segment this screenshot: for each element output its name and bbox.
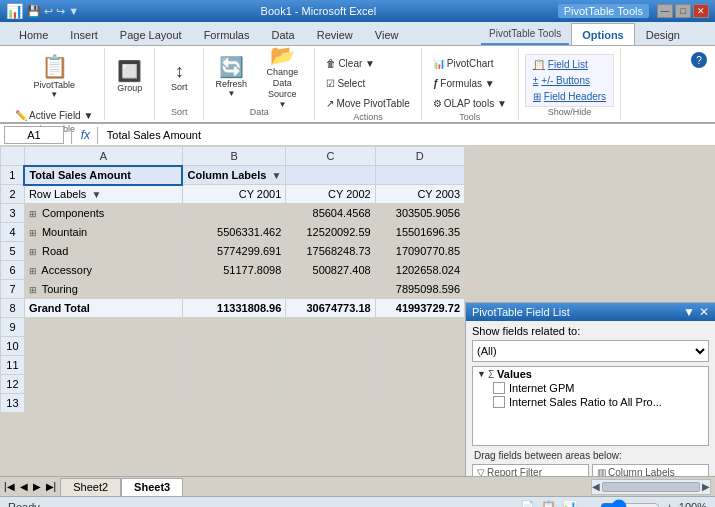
cell-c6[interactable]: 500827.408 bbox=[286, 261, 375, 280]
cell-a11[interactable] bbox=[24, 356, 182, 375]
cell-d8[interactable]: 41993729.72 bbox=[375, 299, 464, 318]
view-normal-icon[interactable]: 📄 bbox=[520, 500, 535, 508]
h-scrollbar[interactable]: ◀ ▶ bbox=[591, 479, 711, 495]
report-filter-area[interactable]: ▽ Report Filter bbox=[472, 464, 589, 476]
cell-d4[interactable]: 15501696.35 bbox=[375, 223, 464, 242]
cell-a10[interactable] bbox=[24, 337, 182, 356]
cell-a9[interactable] bbox=[24, 318, 182, 337]
active-field-button[interactable]: ✏️ Active Field ▼ bbox=[10, 106, 98, 124]
cell-d12[interactable] bbox=[375, 375, 464, 394]
clear-button[interactable]: 🗑 Clear ▼ bbox=[321, 54, 380, 72]
zoom-slider[interactable] bbox=[600, 501, 660, 508]
cell-a7[interactable]: ⊞ Touring bbox=[24, 280, 182, 299]
column-labels-area[interactable]: ▥ Column Labels Calendar Year ▼ bbox=[592, 464, 709, 476]
cell-b11[interactable] bbox=[182, 356, 285, 375]
field-list-options-icon[interactable]: ▼ bbox=[683, 305, 695, 319]
cell-a3[interactable]: ⊞ Components bbox=[24, 204, 182, 223]
formulas-button[interactable]: ƒ Formulas ▼ bbox=[428, 74, 500, 92]
cell-d2[interactable]: CY 2003 bbox=[375, 185, 464, 204]
cell-b8[interactable]: 11331808.96 bbox=[182, 299, 285, 318]
cell-d6[interactable]: 1202658.024 bbox=[375, 261, 464, 280]
group-button[interactable]: 🔲 Group bbox=[112, 50, 148, 104]
tab-sheet2[interactable]: Sheet2 bbox=[60, 478, 121, 496]
maximize-button[interactable]: □ bbox=[675, 4, 691, 18]
pivotchart-button[interactable]: 📊 PivotChart bbox=[428, 54, 499, 72]
cell-c2[interactable]: CY 2002 bbox=[286, 185, 375, 204]
cell-d5[interactable]: 17090770.85 bbox=[375, 242, 464, 261]
view-preview-icon[interactable]: 📊 bbox=[562, 500, 577, 508]
internet-gpm-checkbox[interactable] bbox=[493, 382, 505, 394]
cell-a4[interactable]: ⊞ Mountain bbox=[24, 223, 182, 242]
tree-item-internet-sales-ratio[interactable]: Internet Sales Ratio to All Pro... bbox=[473, 395, 708, 409]
close-button[interactable]: ✕ bbox=[693, 4, 709, 18]
scroll-thumb-h[interactable] bbox=[602, 482, 700, 492]
pivottable-button[interactable]: 📋 PivotTable ▼ bbox=[26, 50, 82, 104]
tab-design[interactable]: Design bbox=[635, 23, 691, 45]
tab-options[interactable]: Options bbox=[571, 23, 635, 45]
move-pivottable-button[interactable]: ↗ Move PivotTable bbox=[321, 94, 414, 112]
olap-tools-button[interactable]: ⚙ OLAP tools ▼ bbox=[428, 94, 512, 112]
formula-input[interactable] bbox=[107, 129, 711, 141]
cell-b5[interactable]: 5774299.691 bbox=[182, 242, 285, 261]
cell-c5[interactable]: 17568248.73 bbox=[286, 242, 375, 261]
col-header-a[interactable]: A bbox=[24, 147, 182, 166]
select-button[interactable]: ☑ Select bbox=[321, 74, 370, 92]
cell-c12[interactable] bbox=[286, 375, 375, 394]
cell-d13[interactable] bbox=[375, 394, 464, 413]
help-button[interactable]: ? bbox=[691, 52, 707, 68]
minimize-button[interactable]: — bbox=[657, 4, 673, 18]
cell-a6[interactable]: ⊞ Accessory bbox=[24, 261, 182, 280]
cell-c3[interactable]: 85604.4568 bbox=[286, 204, 375, 223]
tree-item-values[interactable]: ▼ Σ Values bbox=[473, 367, 708, 381]
tree-item-internet-gpm[interactable]: Internet GPM bbox=[473, 381, 708, 395]
col-header-b[interactable]: B bbox=[182, 147, 285, 166]
tab-home[interactable]: Home bbox=[8, 23, 59, 45]
col-header-d[interactable]: D bbox=[375, 147, 464, 166]
col-header-c[interactable]: C bbox=[286, 147, 375, 166]
tab-review[interactable]: Review bbox=[306, 23, 364, 45]
cell-a1[interactable]: Total Sales Amount bbox=[24, 166, 182, 185]
sheet-nav-prev[interactable]: ◀ bbox=[18, 481, 30, 492]
cell-c10[interactable] bbox=[286, 337, 375, 356]
cell-c7[interactable] bbox=[286, 280, 375, 299]
cell-c13[interactable] bbox=[286, 394, 375, 413]
refresh-button[interactable]: 🔄 Refresh ▼ bbox=[210, 50, 252, 104]
zoom-plus-btn[interactable]: + bbox=[666, 501, 672, 508]
field-list-button[interactable]: 📋 Field List bbox=[528, 57, 611, 72]
cell-b12[interactable] bbox=[182, 375, 285, 394]
cell-a5[interactable]: ⊞ Road bbox=[24, 242, 182, 261]
cell-d11[interactable] bbox=[375, 356, 464, 375]
cell-c4[interactable]: 12520092.59 bbox=[286, 223, 375, 242]
cell-a2[interactable]: Row Labels ▼ bbox=[24, 185, 182, 204]
tab-view[interactable]: View bbox=[364, 23, 410, 45]
cell-b1[interactable]: Column Labels ▼ bbox=[182, 166, 285, 185]
view-layout-icon[interactable]: 📋 bbox=[541, 500, 556, 508]
plus-minus-button[interactable]: ± +/- Buttons bbox=[528, 73, 611, 88]
cell-d10[interactable] bbox=[375, 337, 464, 356]
cell-b13[interactable] bbox=[182, 394, 285, 413]
tab-insert[interactable]: Insert bbox=[59, 23, 109, 45]
cell-c1[interactable] bbox=[286, 166, 375, 185]
zoom-minus-btn[interactable]: — bbox=[583, 501, 594, 508]
sort-button[interactable]: ↕ Sort bbox=[161, 50, 197, 104]
tab-formulas[interactable]: Formulas bbox=[193, 23, 261, 45]
tab-data[interactable]: Data bbox=[260, 23, 305, 45]
scroll-left-btn[interactable]: ◀ bbox=[592, 481, 600, 492]
change-datasource-button[interactable]: 📂 Change Data Source ▼ bbox=[256, 50, 308, 104]
cell-b3[interactable] bbox=[182, 204, 285, 223]
tab-sheet3[interactable]: Sheet3 bbox=[121, 478, 183, 496]
field-headers-button[interactable]: ⊞ Field Headers bbox=[528, 89, 611, 104]
cell-b4[interactable]: 5506331.462 bbox=[182, 223, 285, 242]
cell-b6[interactable]: 51177.8098 bbox=[182, 261, 285, 280]
cell-a12[interactable] bbox=[24, 375, 182, 394]
cell-b10[interactable] bbox=[182, 337, 285, 356]
cell-d7[interactable]: 7895098.596 bbox=[375, 280, 464, 299]
cell-b2[interactable]: CY 2001 bbox=[182, 185, 285, 204]
cell-b9[interactable] bbox=[182, 318, 285, 337]
sheet-nav-next[interactable]: ▶ bbox=[31, 481, 43, 492]
cell-c11[interactable] bbox=[286, 356, 375, 375]
cell-a8[interactable]: Grand Total bbox=[24, 299, 182, 318]
cell-c8[interactable]: 30674773.18 bbox=[286, 299, 375, 318]
tab-page-layout[interactable]: Page Layout bbox=[109, 23, 193, 45]
scroll-right-btn[interactable]: ▶ bbox=[702, 481, 710, 492]
